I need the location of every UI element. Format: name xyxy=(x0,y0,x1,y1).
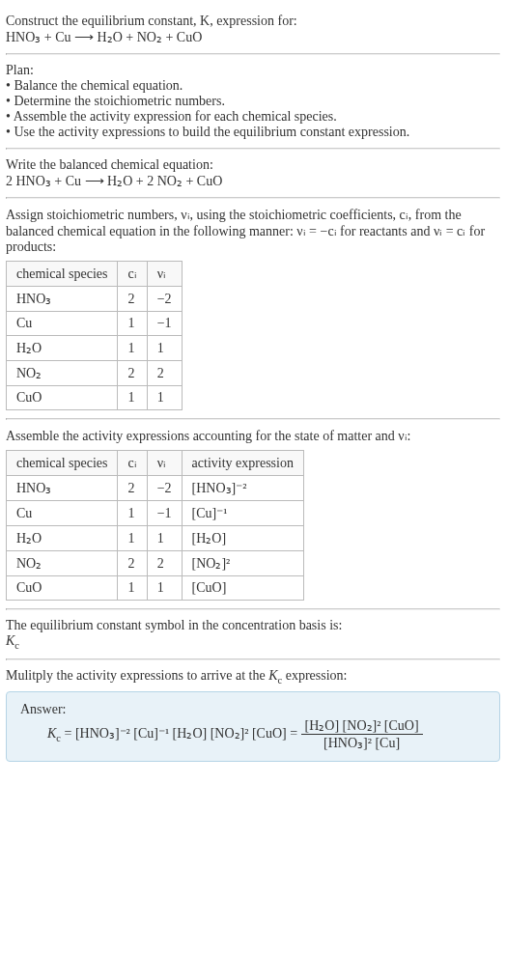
table-row: NO₂ 2 2 xyxy=(7,361,183,386)
table-row: Cu 1 −1 xyxy=(7,312,183,336)
cell: [CuO] xyxy=(182,576,303,601)
cell: HNO₃ xyxy=(7,287,118,312)
cell: 1 xyxy=(147,336,182,361)
cell: HNO₃ xyxy=(7,476,118,501)
plan-item: • Use the activity expressions to build … xyxy=(6,125,500,140)
cell: CuO xyxy=(7,386,118,410)
symbol-block: The equilibrium constant symbol in the c… xyxy=(6,610,500,658)
table-row: HNO₃ 2 −2 xyxy=(7,287,183,312)
col-header: chemical species xyxy=(7,451,118,476)
col-header: νᵢ xyxy=(147,262,182,287)
col-header: chemical species xyxy=(7,262,118,287)
cell: 1 xyxy=(147,386,182,410)
table-row: Cu 1 −1 [Cu]⁻¹ xyxy=(7,501,304,526)
cell: NO₂ xyxy=(7,551,118,576)
cell: 2 xyxy=(118,476,147,501)
balanced-heading: Write the balanced chemical equation: xyxy=(6,157,500,173)
cell: −1 xyxy=(147,312,182,336)
plan-item: • Balance the chemical equation. xyxy=(6,78,500,94)
activity-table: chemical species cᵢ νᵢ activity expressi… xyxy=(6,450,304,601)
assemble-text: Assemble the activity expressions accoun… xyxy=(6,428,500,444)
cell: H₂O xyxy=(7,336,118,361)
cell: [HNO₃]⁻² xyxy=(182,476,303,501)
col-header: νᵢ xyxy=(147,451,182,476)
cell: 2 xyxy=(118,287,147,312)
cell: 1 xyxy=(118,501,147,526)
balanced-eq: 2 HNO₃ + Cu ⟶ H₂O + 2 NO₂ + CuO xyxy=(6,173,500,189)
table-row: NO₂ 2 2 [NO₂]² xyxy=(7,551,304,576)
answer-expression: Kc = [HNO₃]⁻² [Cu]⁻¹ [H₂O] [NO₂]² [CuO] … xyxy=(20,717,486,751)
cell: H₂O xyxy=(7,526,118,551)
title-line2: HNO₃ + Cu ⟶ H₂O + NO₂ + CuO xyxy=(6,29,500,45)
col-header: activity expression xyxy=(182,451,303,476)
symbol-value: K xyxy=(6,633,14,648)
cell: −1 xyxy=(147,501,182,526)
cell: [Cu]⁻¹ xyxy=(182,501,303,526)
answer-den: [HNO₃]² [Cu] xyxy=(301,735,423,751)
answer-label: Answer: xyxy=(20,702,486,717)
cell: [NO₂]² xyxy=(182,551,303,576)
cell: 1 xyxy=(147,576,182,601)
multiply-block: Mulitply the activity expressions to arr… xyxy=(6,660,500,770)
cell: 1 xyxy=(118,386,147,410)
assign-text: Assign stoichiometric numbers, νᵢ, using… xyxy=(6,207,500,255)
cell: CuO xyxy=(7,576,118,601)
title-line1: Construct the equilibrium constant, K, e… xyxy=(6,14,500,29)
answer-box: Answer: Kc = [HNO₃]⁻² [Cu]⁻¹ [H₂O] [NO₂]… xyxy=(6,691,500,762)
table-row: CuO 1 1 [CuO] xyxy=(7,576,304,601)
answer-num: [H₂O] [NO₂]² [CuO] xyxy=(301,717,423,735)
table-row: CuO 1 1 xyxy=(7,386,183,410)
symbol-text: The equilibrium constant symbol in the c… xyxy=(6,618,500,633)
assemble-block: Assemble the activity expressions accoun… xyxy=(6,420,500,608)
table-row: chemical species cᵢ νᵢ activity expressi… xyxy=(7,451,304,476)
cell: 1 xyxy=(118,336,147,361)
cell: −2 xyxy=(147,287,182,312)
cell: 1 xyxy=(118,312,147,336)
cell: 1 xyxy=(118,576,147,601)
plan-item: • Assemble the activity expression for e… xyxy=(6,109,500,125)
multiply-text: Mulitply the activity expressions to arr… xyxy=(6,668,500,686)
cell: NO₂ xyxy=(7,361,118,386)
table-row: chemical species cᵢ νᵢ xyxy=(7,262,183,287)
cell: 2 xyxy=(147,361,182,386)
plan-item: • Determine the stoichiometric numbers. xyxy=(6,94,500,109)
table-row: HNO₃ 2 −2 [HNO₃]⁻² xyxy=(7,476,304,501)
table-row: H₂O 1 1 [H₂O] xyxy=(7,526,304,551)
title-block: Construct the equilibrium constant, K, e… xyxy=(6,6,500,53)
col-header: cᵢ xyxy=(118,262,147,287)
cell: −2 xyxy=(147,476,182,501)
balanced-block: Write the balanced chemical equation: 2 … xyxy=(6,150,500,197)
cell: 1 xyxy=(118,526,147,551)
table-row: H₂O 1 1 xyxy=(7,336,183,361)
cell: 2 xyxy=(118,361,147,386)
col-header: cᵢ xyxy=(118,451,147,476)
assign-block: Assign stoichiometric numbers, νᵢ, using… xyxy=(6,199,500,418)
cell: Cu xyxy=(7,501,118,526)
stoich-table: chemical species cᵢ νᵢ HNO₃ 2 −2 Cu 1 −1… xyxy=(6,261,183,410)
plan-heading: Plan: xyxy=(6,63,500,78)
cell: [H₂O] xyxy=(182,526,303,551)
symbol-sub: c xyxy=(14,640,19,651)
answer-fraction: [H₂O] [NO₂]² [CuO] [HNO₃]² [Cu] xyxy=(301,717,423,751)
plan-block: Plan: • Balance the chemical equation. •… xyxy=(6,55,500,148)
cell: Cu xyxy=(7,312,118,336)
cell: 2 xyxy=(147,551,182,576)
cell: 2 xyxy=(118,551,147,576)
cell: 1 xyxy=(147,526,182,551)
